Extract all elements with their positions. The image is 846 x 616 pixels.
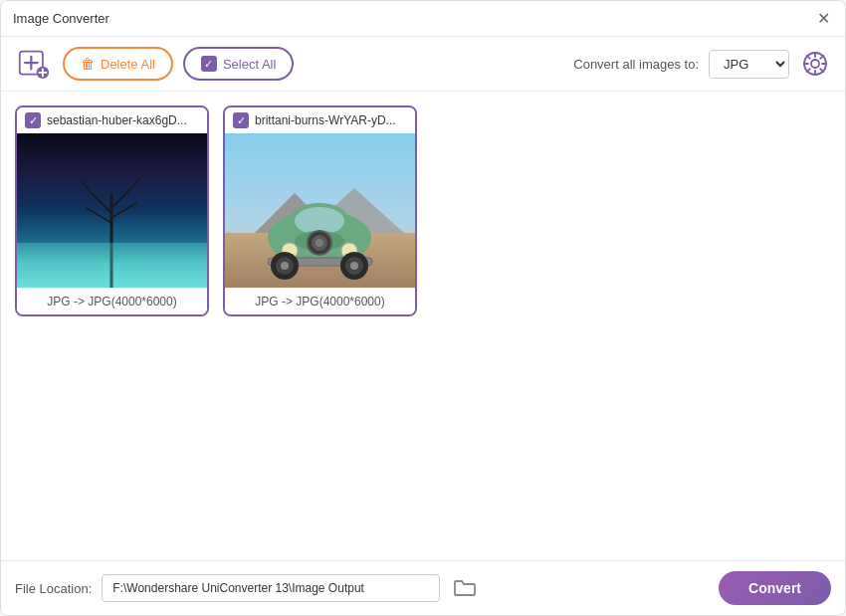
file-location-label: File Location: [15,581,92,596]
card-checkbox[interactable]: ✓ [25,112,41,128]
card-conversion-info: JPG -> JPG(4000*6000) [255,295,384,308]
image-card: ✓ sebastian-huber-kax6gD... [15,105,209,316]
toolbar: 🗑 Delete All ✓ Select All Convert all im… [1,37,845,92]
svg-rect-24 [17,243,207,288]
card-checkbox[interactable]: ✓ [233,112,249,128]
file-path-input[interactable] [102,574,440,602]
svg-line-14 [820,56,823,59]
convert-button-label: Convert [748,580,801,596]
window-title: Image Converter [13,11,109,26]
card-filename: brittani-burns-WrYAR-yD... [255,113,396,127]
trash-icon: 🗑 [81,56,95,72]
delete-all-button[interactable]: 🗑 Delete All [63,47,173,81]
svg-point-35 [316,239,323,247]
image-preview-2 [225,133,415,288]
card-header: ✓ brittani-burns-WrYAR-yD... [225,107,415,133]
svg-line-12 [807,56,810,59]
images-grid: ✓ sebastian-huber-kax6gD... [1,92,845,560]
card-footer: JPG -> JPG(4000*6000) [17,288,207,314]
image-preview-1 [17,133,207,288]
svg-point-7 [811,60,819,68]
delete-all-label: Delete All [101,57,155,72]
card-footer: JPG -> JPG(4000*6000) [225,288,415,314]
convert-label: Convert all images to: [573,57,699,72]
browse-folder-button[interactable] [450,573,480,603]
main-window: Image Converter ✕ 🗑 Delete All ✓ Select … [0,0,846,616]
svg-point-41 [281,262,289,270]
title-bar: Image Converter ✕ [1,1,845,37]
convert-button[interactable]: Convert [719,571,831,605]
checkbox-icon: ✓ [201,56,217,72]
svg-point-44 [350,262,358,270]
toolbar-right: Convert all images to: JPG PNG BMP WEBP … [573,48,831,80]
card-header: ✓ sebastian-huber-kax6gD... [17,107,207,133]
select-all-label: Select All [223,57,276,72]
svg-line-15 [807,69,810,72]
select-all-button[interactable]: ✓ Select All [183,47,294,81]
card-image [17,133,207,288]
add-image-button[interactable] [15,45,53,83]
close-button[interactable]: ✕ [813,9,833,29]
svg-line-13 [820,69,823,72]
card-filename: sebastian-huber-kax6gD... [47,113,187,127]
format-select[interactable]: JPG PNG BMP WEBP TIFF [709,50,789,79]
bottom-bar: File Location: Convert [1,560,845,615]
format-settings-button[interactable] [799,48,831,80]
card-conversion-info: JPG -> JPG(4000*6000) [47,295,176,308]
image-card: ✓ brittani-burns-WrYAR-yD... [223,105,417,316]
card-image [225,133,415,288]
